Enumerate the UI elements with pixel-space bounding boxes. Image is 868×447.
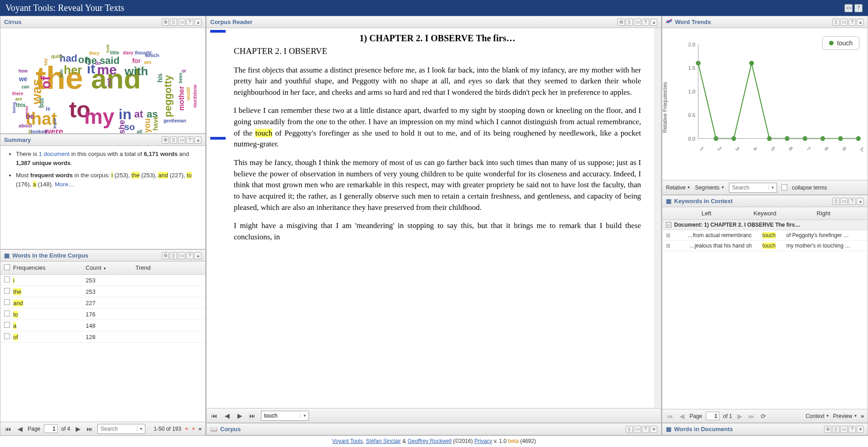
col-right[interactable]: Right	[783, 210, 864, 217]
collapse-icon[interactable]: ▴	[194, 136, 202, 144]
wordcloud-word[interactable]: be	[26, 113, 34, 120]
wordcloud-word[interactable]: at	[134, 109, 143, 119]
heart-icon[interactable]: ♥	[192, 426, 195, 432]
segments-dropdown[interactable]: Segments▼	[695, 185, 724, 191]
gear-icon[interactable]: ⚙	[162, 252, 169, 259]
kwic-doc-group[interactable]: −Document: 1) CHAPTER 2. I OBSERVE The f…	[662, 220, 868, 230]
wordcloud-word[interactable]: look	[106, 44, 110, 53]
freq-word[interactable]: a	[33, 181, 36, 188]
export-icon[interactable]: ▭	[178, 19, 185, 26]
wordcloud-word[interactable]: are	[15, 97, 22, 102]
col-frequencies[interactable]: Frequencies	[13, 264, 86, 272]
first-page-button[interactable]: ⏮	[4, 425, 12, 433]
footer-link[interactable]: Voyant Tools	[332, 438, 363, 444]
wordcloud-word[interactable]: there	[12, 92, 23, 96]
kwic-keyword[interactable]: touch	[762, 232, 776, 238]
export-icon[interactable]: ▭	[178, 136, 185, 144]
row-checkbox[interactable]	[4, 277, 10, 282]
gear-icon[interactable]: ⚙	[162, 136, 169, 144]
wordcloud-word[interactable]: been	[178, 73, 183, 83]
doc-count-link[interactable]: 1 document	[39, 151, 70, 157]
wordcloud-word[interactable]: say	[43, 58, 48, 66]
wordcloud-word[interactable]: murdstone	[193, 84, 198, 108]
help-icon[interactable]: ?	[854, 4, 863, 12]
kwic-keyword[interactable]: touch	[762, 243, 776, 249]
footer-link[interactable]: Geoffrey Rockwell	[408, 438, 452, 444]
wordcloud-word[interactable]: they	[89, 51, 100, 56]
more-button[interactable]: »	[198, 426, 202, 432]
help-icon[interactable]: ?	[186, 19, 193, 26]
first-button[interactable]: ⏮	[210, 412, 218, 420]
layout-icon[interactable]: ▯	[626, 19, 633, 26]
gear-icon[interactable]: ⚙	[162, 19, 169, 26]
export-icon[interactable]: ▭	[840, 426, 848, 433]
layout-icon[interactable]: ▯	[170, 252, 177, 259]
last-page-button[interactable]: ⏭	[86, 425, 94, 433]
wordcloud-word[interactable]: no	[28, 130, 32, 133]
row-checkbox[interactable]	[4, 288, 10, 294]
freq-word[interactable]: to	[187, 172, 192, 179]
reader-search-input[interactable]	[261, 412, 300, 420]
table-row[interactable]: of128	[0, 331, 205, 343]
select-all-checkbox[interactable]	[4, 264, 10, 270]
wordcloud-word[interactable]: would	[186, 87, 191, 101]
wordcloud-word[interactable]: am	[144, 60, 151, 65]
wordcloud-word[interactable]: peggotty	[163, 75, 173, 117]
expand-icon[interactable]: ▾	[650, 426, 657, 433]
freq-word[interactable]: the	[131, 172, 140, 179]
layout-icon[interactable]: ▯	[170, 19, 177, 26]
wordcloud-word[interactable]: on	[78, 55, 91, 65]
help-icon[interactable]: ?	[849, 19, 856, 26]
col-trend[interactable]: Trend	[135, 264, 202, 272]
layout-icon[interactable]: ▯	[626, 426, 633, 433]
wordcloud-word[interactable]: how	[19, 69, 28, 73]
more-link[interactable]: More…	[55, 181, 74, 188]
table-row[interactable]: a148	[0, 320, 205, 331]
kwic-row[interactable]: ⊞…jealous that his hand shtouchmy mother…	[662, 241, 868, 251]
gear-icon[interactable]: ⚙	[824, 426, 831, 433]
word-cell[interactable]: of	[13, 334, 18, 340]
word-cell[interactable]: a	[13, 322, 16, 329]
legend[interactable]: touch	[822, 36, 859, 50]
wordcloud-word[interactable]: being	[12, 102, 16, 113]
freq-word[interactable]: and	[158, 172, 168, 179]
context-dropdown[interactable]: Context▼	[805, 413, 829, 419]
wordcloud-word[interactable]: my	[84, 106, 114, 127]
wordcloud-word[interactable]: him	[59, 69, 64, 78]
heart-icon[interactable]: ♥	[185, 426, 188, 432]
export-icon[interactable]: ▭	[840, 19, 848, 26]
help-icon[interactable]: ?	[186, 252, 193, 259]
row-checkbox[interactable]	[4, 299, 10, 305]
collapse-checkbox[interactable]	[781, 185, 787, 190]
collapse-icon[interactable]: ▴	[194, 252, 202, 259]
prev-button[interactable]: ◀	[223, 412, 231, 420]
next-page-button[interactable]: ▶	[74, 425, 82, 433]
table-row[interactable]: to176	[0, 309, 205, 320]
window-icon[interactable]: ▭	[844, 4, 853, 12]
row-checkbox[interactable]	[4, 322, 10, 328]
chevron-down-icon[interactable]: ▾	[137, 426, 145, 431]
collapse-icon[interactable]: ▴	[857, 19, 864, 26]
highlighted-term[interactable]: touch	[255, 129, 272, 137]
table-row[interactable]: the253	[0, 286, 205, 297]
col-left[interactable]: Left	[666, 210, 747, 217]
prev-page-button[interactable]: ◀	[678, 412, 686, 420]
page-input[interactable]	[706, 412, 719, 420]
wordcloud-word[interactable]: when	[63, 133, 83, 133]
layout-icon[interactable]: ▯	[832, 426, 839, 433]
wordcloud-word[interactable]: not	[106, 78, 112, 87]
search-input[interactable]	[98, 425, 137, 433]
search-combo[interactable]: ▾	[97, 424, 145, 434]
word-cell[interactable]: i	[13, 277, 14, 284]
wordcloud[interactable]: theandtomythatinwasofitmeherwithhe saidh…	[0, 28, 205, 133]
col-count[interactable]: Count ▼	[86, 264, 135, 272]
kwic-row[interactable]: ⊞…from actual remembranctouchof Peggotty…	[662, 230, 868, 241]
wordcloud-word[interactable]: all	[137, 129, 142, 134]
freq-word[interactable]: i	[111, 172, 113, 179]
wordcloud-word[interactable]: in	[119, 107, 131, 121]
collapse-group-icon[interactable]: −	[666, 222, 671, 228]
gear-icon[interactable]: ⚙	[617, 19, 625, 26]
help-icon[interactable]: ?	[642, 426, 649, 433]
wordcloud-word[interactable]: but	[38, 98, 44, 108]
wordcloud-word[interactable]: his	[157, 73, 163, 83]
